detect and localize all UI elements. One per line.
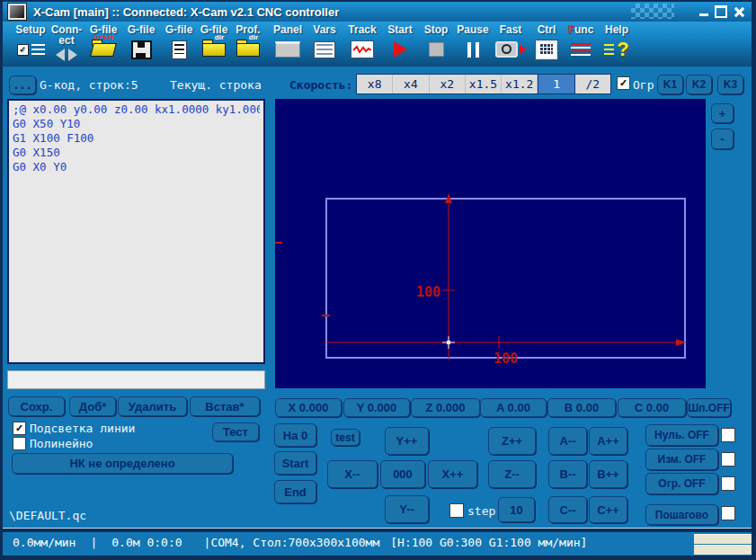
speed-x2[interactable]: x2 xyxy=(430,75,466,93)
ellipsis-button[interactable]: ... xyxy=(9,76,36,94)
step-mode-button[interactable]: Пошагово xyxy=(645,504,718,525)
speed-half[interactable]: /2 xyxy=(575,75,610,93)
status-time: 0.0м 0:0:0 xyxy=(111,536,182,549)
ogr-label: Огр xyxy=(633,78,654,92)
toolbar-pause-label: Pause xyxy=(457,24,488,35)
pause-icon xyxy=(467,42,479,58)
folder-open-icon xyxy=(92,43,115,57)
null-off-button[interactable]: Нуль. OFF xyxy=(645,424,718,446)
toolpath-graphics: 100 100 xyxy=(275,99,706,388)
toolbar-fast-label: Fast xyxy=(500,24,522,35)
jog-x-minus-button[interactable]: X-- xyxy=(327,460,378,488)
izm-off-checkbox[interactable] xyxy=(721,452,735,467)
k2-button[interactable]: K2 xyxy=(686,75,712,94)
ogr-checkbox[interactable]: ✓ xyxy=(617,76,630,90)
titlebar-decoration xyxy=(631,4,674,19)
speed-x8[interactable]: x8 xyxy=(357,75,393,93)
toolbar-help-label: Help xyxy=(605,24,628,35)
gcode-lines-label: G-код, строк:5 xyxy=(40,78,138,92)
keypad-icon xyxy=(536,40,557,59)
jog-a-minus-button[interactable]: A-- xyxy=(548,427,587,455)
ogr-off-checkbox[interactable] xyxy=(721,476,735,491)
test-jog-button[interactable]: test xyxy=(331,429,360,446)
jog-b-plus-button[interactable]: B++ xyxy=(589,460,627,488)
close-button[interactable] xyxy=(732,4,746,18)
zoom-out-button[interactable]: - xyxy=(711,129,734,149)
speed-selector: x8 x4 x2 x1.5 x1.2 1 /2 xyxy=(356,74,611,94)
status-bar: 0.0мм/мин | 0.0м 0:0:0 |COM4, Стол:700x3… xyxy=(13,536,587,549)
step-checkbox[interactable] xyxy=(449,503,464,518)
gcode-editor[interactable]: ;@ x0.00 y0.00 z0.00 kx1.0000 ky1.0000 G… xyxy=(7,99,265,364)
highlight-line-checkbox[interactable]: ✓ xyxy=(13,422,26,435)
save-button[interactable]: Сохр. xyxy=(8,396,65,416)
gcode-line: G0 X50 Y10 xyxy=(13,117,260,131)
zoom-in-button[interactable]: + xyxy=(711,103,734,123)
speed-x1-2[interactable]: x1.2 xyxy=(502,75,538,93)
speed-label: Скорость: xyxy=(289,78,352,92)
setup-icon: ✓ xyxy=(17,44,45,56)
coord-c-button[interactable]: C 0.00 xyxy=(618,398,686,417)
status-feedrate: 0.0мм/мин xyxy=(13,536,76,549)
dimension-label-y: 100 xyxy=(416,284,440,300)
maximize-button[interactable] xyxy=(714,4,728,18)
start-button[interactable]: Start xyxy=(274,451,316,475)
coord-y-button[interactable]: Y 0.000 xyxy=(343,398,410,417)
jog-z-plus-button[interactable]: Z++ xyxy=(488,427,536,455)
nk-status-button[interactable]: НК не определено xyxy=(12,453,233,474)
insert-button[interactable]: Встав* xyxy=(190,396,260,416)
add-button[interactable]: Доб* xyxy=(69,396,116,416)
toolbar-stop-label: Stop xyxy=(424,24,449,35)
coord-z-button[interactable]: Z 0.000 xyxy=(411,398,480,417)
close-icon xyxy=(734,6,744,17)
k1-button[interactable]: K1 xyxy=(657,75,683,94)
toolbar-help[interactable]: Help ? xyxy=(591,24,642,61)
ogr-off-button[interactable]: Огр. OFF xyxy=(645,473,718,494)
step-mode-checkbox[interactable] xyxy=(721,506,735,520)
test-button[interactable]: Тест xyxy=(212,422,259,441)
izm-off-button[interactable]: Изм. OFF xyxy=(645,449,718,470)
dir-tag: dir xyxy=(249,34,258,41)
jog-x-plus-button[interactable]: X++ xyxy=(428,460,477,488)
floppy-save-icon xyxy=(131,40,152,59)
camera-icon xyxy=(495,41,518,58)
panel-icon xyxy=(275,41,300,58)
gcode-line: ;@ x0.00 y0.00 z0.00 kx1.0000 ky1.0000 xyxy=(13,102,260,117)
speed-x4[interactable]: x4 xyxy=(393,75,429,93)
jog-a-plus-button[interactable]: A++ xyxy=(589,427,627,455)
toolbar: Setup ✓ Conn- ect G-file OPEN G-file G-f… xyxy=(3,22,752,68)
end-button[interactable]: End xyxy=(274,480,316,503)
status-port-table: |COM4, Стол:700x300x100мм xyxy=(204,536,380,549)
k3-button[interactable]: K3 xyxy=(717,75,743,94)
step-value-button[interactable]: 10 xyxy=(498,497,535,522)
toolbar-vars-label: Vars xyxy=(313,24,335,35)
jog-y-minus-button[interactable]: Y-- xyxy=(385,495,429,523)
coord-b-button[interactable]: B 0.00 xyxy=(547,398,616,417)
folder-icon xyxy=(236,43,260,57)
jog-y-plus-button[interactable]: Y++ xyxy=(385,427,429,455)
spindle-button[interactable]: Шп.OFF xyxy=(687,398,731,417)
minimize-button[interactable] xyxy=(697,4,711,18)
func-lines-icon xyxy=(571,43,591,56)
step-label: step xyxy=(467,504,495,518)
perline-checkbox[interactable] xyxy=(13,437,26,450)
speed-x1-5[interactable]: x1.5 xyxy=(466,75,502,93)
check-icon: ✓ xyxy=(15,423,23,433)
window-title: X-Cam [main] :: Connected: X-Cam v2.1 CN… xyxy=(33,5,339,19)
status-limits: [H:100 G0:300 G1:100 мм/мин] xyxy=(390,536,587,549)
speed-1-selected[interactable]: 1 xyxy=(538,75,574,93)
delete-button[interactable]: Удалить xyxy=(118,396,187,416)
jog-c-plus-button[interactable]: C++ xyxy=(589,496,627,523)
jog-zero-button[interactable]: 000 xyxy=(380,460,425,488)
toolpath-canvas[interactable]: 100 100 xyxy=(275,99,706,388)
go-zero-button[interactable]: На 0 xyxy=(274,423,316,447)
gcode-line: G0 X150 xyxy=(13,146,260,160)
jog-c-minus-button[interactable]: C-- xyxy=(548,496,587,523)
coord-a-button[interactable]: A 0.00 xyxy=(480,398,547,417)
play-icon xyxy=(394,41,407,58)
null-off-checkbox[interactable] xyxy=(721,428,735,442)
jog-z-minus-button[interactable]: Z-- xyxy=(488,460,536,488)
jog-b-minus-button[interactable]: B-- xyxy=(548,460,587,488)
line-edit-input[interactable] xyxy=(7,370,265,389)
question-mark-icon: ? xyxy=(617,40,628,58)
coord-x-button[interactable]: X 0.000 xyxy=(275,398,342,417)
